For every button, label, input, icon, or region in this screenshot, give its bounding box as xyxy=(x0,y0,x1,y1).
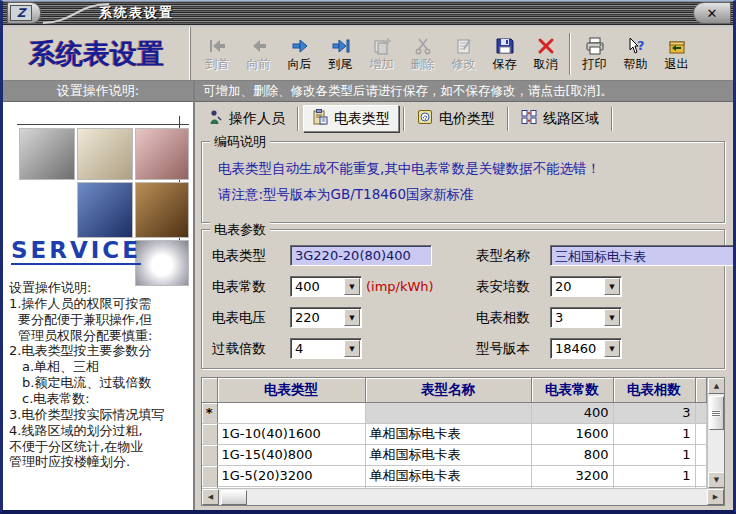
toolbar: 到首 向前 向后 到尾 xyxy=(191,27,733,80)
content-area: 设置操作说明: SERVICE 设置操作说明: 1.操作人员的权限可按需 要 xyxy=(3,81,733,510)
voltage-label: 电表电压 xyxy=(212,309,286,327)
exit-icon xyxy=(667,35,687,55)
model-name-label: 表型名称 xyxy=(474,247,546,265)
scroll-left-icon[interactable]: ◀ xyxy=(202,489,219,505)
app-window: Z 系统表设置 ✕ 系统表设置 到首 向前 xyxy=(0,0,736,514)
cell-type[interactable]: 1G-15(40)800 xyxy=(217,444,365,465)
prev-button[interactable]: 向前 xyxy=(238,30,279,78)
delete-button[interactable]: 删除 xyxy=(402,30,443,78)
instruction-line: b.额定电流、过载倍数 xyxy=(9,375,191,391)
cell-type[interactable] xyxy=(217,402,365,423)
sidebar: 设置操作说明: SERVICE 设置操作说明: 1.操作人员的权限可按需 要 xyxy=(3,81,195,510)
coding-note-line: 电表类型自动生成不能重复,其中电表常数是关键数据不能选错！ xyxy=(218,160,714,178)
table-header-row: 电表类型 表型名称 电表常数 电表相数 xyxy=(202,378,707,402)
col-header-name[interactable]: 表型名称 xyxy=(365,378,531,402)
table-row[interactable]: 1G-10(40)1600 单相国标电卡表 1600 1 xyxy=(202,423,707,444)
region-pages-icon xyxy=(521,109,537,128)
tab-line-region[interactable]: 线路区域 xyxy=(513,106,607,131)
cancel-button[interactable]: 取消 xyxy=(525,30,566,78)
cell-name[interactable]: 单相国标电卡表 xyxy=(365,423,531,444)
meter-constant-select[interactable]: 400 ▼ xyxy=(290,276,362,297)
meter-type-label: 电表类型 xyxy=(212,247,286,265)
chevron-down-icon[interactable]: ▼ xyxy=(604,340,620,357)
tab-operators[interactable]: 操作人员 xyxy=(199,106,293,131)
cell-name[interactable]: 单相国标电卡表 xyxy=(365,465,531,486)
scroll-down-icon[interactable]: ▼ xyxy=(708,472,724,488)
price-book-icon xyxy=(417,109,433,128)
instruction-line: 管理时应按楼幢划分. xyxy=(9,454,191,470)
instruction-line: 4.线路区域的划分过粗, xyxy=(9,423,191,439)
horizontal-scrollbar[interactable]: ◀ ▶ xyxy=(202,488,724,505)
instruction-line: a.单相、三相 xyxy=(9,359,191,375)
table-row[interactable]: 1G-15(40)800 单相国标电卡表 800 1 xyxy=(202,444,707,465)
next-button[interactable]: 向后 xyxy=(279,30,320,78)
vertical-scroll-thumb[interactable] xyxy=(709,396,724,430)
col-header-constant[interactable]: 电表常数 xyxy=(531,378,613,402)
last-icon xyxy=(331,35,351,55)
app-icon-cap: Z xyxy=(7,2,41,24)
phases-select[interactable]: 3 ▼ xyxy=(550,307,622,328)
print-button[interactable]: 打印 xyxy=(574,30,615,78)
horizontal-scroll-thumb[interactable] xyxy=(221,490,247,505)
toolbar-separator xyxy=(569,33,571,75)
chevron-down-icon[interactable]: ▼ xyxy=(344,278,360,295)
cell-name[interactable] xyxy=(365,402,531,423)
model-name-input[interactable]: 三相国标电卡表 xyxy=(550,245,733,266)
cancel-icon xyxy=(536,35,556,55)
first-button[interactable]: 到首 xyxy=(197,30,238,78)
modify-button[interactable]: 修改 xyxy=(443,30,484,78)
page-title: 系统表设置 xyxy=(3,27,191,80)
clipboard-icon xyxy=(312,109,328,128)
close-button[interactable]: ✕ xyxy=(693,2,731,24)
instruction-line: 2.电表类型按主要参数分 xyxy=(9,343,191,359)
cell-constant[interactable]: 3200 xyxy=(531,465,613,486)
instruction-line: 不便于分区统计,在物业 xyxy=(9,439,191,455)
chevron-down-icon[interactable]: ▼ xyxy=(344,309,360,326)
tab-separator xyxy=(403,107,405,131)
cell-constant[interactable]: 400 xyxy=(531,402,613,423)
scroll-right-icon[interactable]: ▶ xyxy=(707,489,724,505)
model-version-label: 型号版本 xyxy=(474,340,546,358)
help-button[interactable]: ? 帮助 xyxy=(615,30,656,78)
chevron-down-icon[interactable]: ▼ xyxy=(604,309,620,326)
scroll-up-icon[interactable]: ▲ xyxy=(708,378,724,394)
col-header-phases[interactable]: 电表相数 xyxy=(613,378,695,402)
chevron-down-icon[interactable]: ▼ xyxy=(604,278,620,295)
tab-meter-type[interactable]: 电表类型 xyxy=(303,105,399,132)
notice-bar: 可增加、删除、修改各类型后请进行保存，如不保存修改，请点击[取消]。 xyxy=(195,81,733,102)
toolbar-row: 系统表设置 到首 向前 向后 xyxy=(3,27,733,81)
table-new-row[interactable]: * 400 3 xyxy=(202,402,707,423)
add-button[interactable]: 增加 xyxy=(361,30,402,78)
vertical-scrollbar[interactable]: ▲ ▼ xyxy=(707,378,724,488)
chevron-down-icon[interactable]: ▼ xyxy=(344,340,360,357)
tab-separator xyxy=(507,107,509,131)
instruction-line: 1.操作人员的权限可按需 xyxy=(9,296,191,312)
overload-select[interactable]: 4 ▼ xyxy=(290,338,362,359)
cell-constant[interactable]: 1600 xyxy=(531,423,613,444)
exit-button[interactable]: 退出 xyxy=(656,30,697,78)
save-button[interactable]: 保存 xyxy=(484,30,525,78)
app-icon[interactable]: Z xyxy=(10,5,32,21)
cell-constant[interactable]: 800 xyxy=(531,444,613,465)
cell-phases[interactable]: 1 xyxy=(613,465,695,486)
cell-type[interactable]: 1G-10(40)1600 xyxy=(217,423,365,444)
col-header-type[interactable]: 电表类型 xyxy=(217,378,365,402)
cell-type[interactable]: 1G-5(20)3200 xyxy=(217,465,365,486)
table-row[interactable]: 1G-5(20)3200 单相国标电卡表 3200 1 xyxy=(202,465,707,486)
meter-type-input[interactable]: 3G220-20(80)400 xyxy=(290,245,432,266)
model-version-select[interactable]: 18460 ▼ xyxy=(550,338,622,359)
cell-phases[interactable]: 3 xyxy=(613,402,695,423)
last-button[interactable]: 到尾 xyxy=(320,30,361,78)
ampere-label: 表安培数 xyxy=(474,278,546,296)
first-icon xyxy=(208,35,228,55)
ampere-select[interactable]: 20 ▼ xyxy=(550,276,622,297)
cell-phases[interactable]: 1 xyxy=(613,423,695,444)
meter-constant-unit: (imp/kWh) xyxy=(362,279,434,294)
row-selector-header xyxy=(202,378,217,402)
tab-price-type[interactable]: 电价类型 xyxy=(409,106,503,131)
cell-name[interactable]: 单相国标电卡表 xyxy=(365,444,531,465)
main-panel: 可增加、删除、修改各类型后请进行保存，如不保存修改，请点击[取消]。 操作人员 … xyxy=(195,81,733,510)
sidebar-header: 设置操作说明: xyxy=(3,81,193,102)
cell-phases[interactable]: 1 xyxy=(613,444,695,465)
voltage-select[interactable]: 220 ▼ xyxy=(290,307,362,328)
